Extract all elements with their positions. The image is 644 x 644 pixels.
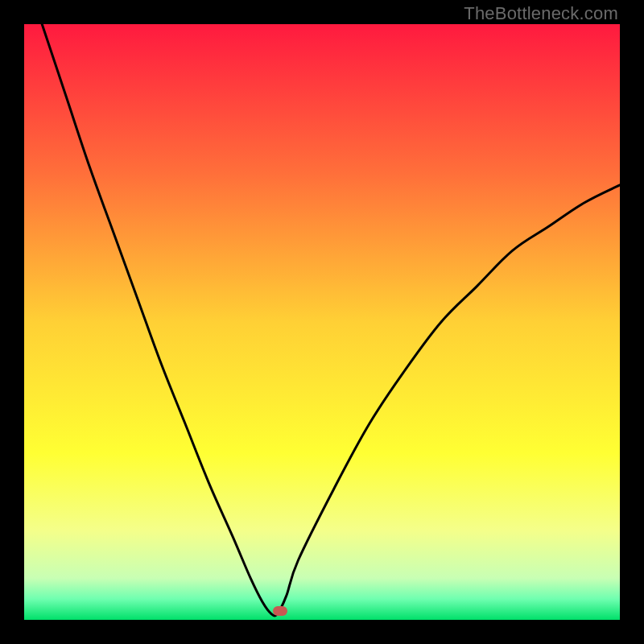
bottleneck-curve <box>42 24 620 616</box>
curve-layer <box>24 24 620 620</box>
watermark-text: TheBottleneck.com <box>464 3 618 24</box>
bottleneck-marker <box>273 606 287 616</box>
